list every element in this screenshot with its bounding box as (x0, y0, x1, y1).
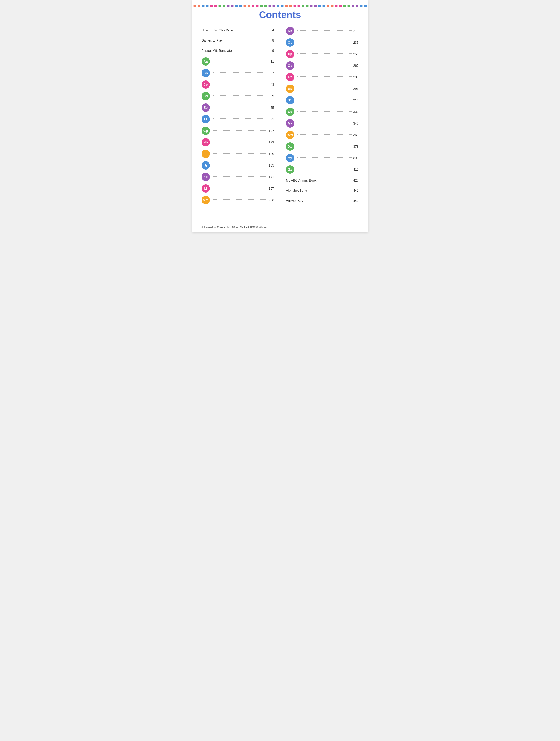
decorative-dot (210, 5, 213, 7)
toc-letter-entry: Yy395 (286, 154, 359, 162)
decorative-dot (310, 5, 313, 7)
letter-badge: Ll (201, 184, 210, 193)
letter-badge: Ii (201, 150, 210, 158)
toc-page-number: 155 (269, 163, 274, 167)
toc-page-number: 8 (272, 39, 274, 42)
toc-dot-leader (298, 30, 352, 31)
letter-badge: Tt (286, 96, 294, 105)
toc-entry: How to Use This Book4 (201, 27, 274, 34)
toc-letter-entry: Ii139 (201, 150, 274, 158)
toc-dot-leader (235, 29, 271, 30)
toc-dot-leader (298, 65, 352, 65)
decorative-dot (227, 5, 230, 7)
page: Contents How to Use This Book4Games to P… (192, 0, 368, 232)
toc-dot-leader (318, 180, 352, 180)
toc-letter-entry: Ll187 (201, 184, 274, 193)
toc-letter-entry: Cc43 (201, 80, 274, 89)
toc-letter-entry: Ee75 (201, 104, 274, 112)
toc-page-number: 331 (353, 110, 359, 114)
toc-letter-entry: Jj155 (201, 161, 274, 170)
toc-label: Games to Play (201, 39, 223, 42)
decorative-dot (326, 5, 329, 7)
toc-entry: Games to Play8 (201, 37, 274, 44)
toc-page-number: 203 (269, 198, 274, 202)
decorative-dot (264, 5, 267, 7)
toc-letter-entry: Pp251 (286, 50, 359, 58)
toc-page-number: 9 (272, 49, 274, 53)
toc-entry: Answer Key442 (286, 197, 359, 204)
decorative-dot (231, 5, 234, 7)
decorative-dot (293, 5, 296, 7)
footer-page-number: 3 (357, 225, 359, 229)
toc-page-number: 251 (353, 52, 359, 56)
toc-letter-entry: Qq267 (286, 61, 359, 70)
toc-dot-leader (298, 88, 352, 88)
footer-copyright: © Evan-Moor Corp. • EMC 6084 • My First … (201, 226, 267, 228)
decorative-dot (198, 5, 200, 7)
decorative-dot (285, 5, 288, 7)
toc-dot-leader (213, 84, 269, 84)
decorative-dot (193, 5, 196, 7)
letter-badge: Aa (201, 57, 210, 66)
letter-badge: Bb (201, 69, 210, 77)
toc-entry: Puppet Mitt Template9 (201, 47, 274, 54)
decorative-dot (272, 5, 275, 7)
toc-page-number: 11 (270, 60, 274, 63)
letter-badge: Gg (201, 127, 210, 135)
footer: © Evan-Moor Corp. • EMC 6084 • My First … (201, 225, 359, 229)
decorative-dot (356, 5, 359, 7)
toc-letter-entry: Aa11 (201, 57, 274, 66)
toc-page-number: 187 (269, 187, 274, 190)
content-area: How to Use This Book4Games to Play8Puppe… (201, 27, 359, 207)
decorative-dot (256, 5, 259, 7)
decorative-dot (260, 5, 263, 7)
toc-label: How to Use This Book (201, 28, 234, 32)
decorative-dot (335, 5, 338, 7)
toc-page-number: 347 (353, 122, 359, 125)
letter-badge: Nn (286, 27, 294, 35)
toc-letter-entry: Gg107 (201, 127, 274, 135)
decorative-dot (202, 5, 204, 7)
letter-badge: Xx (286, 142, 294, 151)
toc-letter-entry: Kk171 (201, 173, 274, 181)
toc-dot-leader (298, 99, 352, 100)
decorative-dot (343, 5, 346, 7)
decorative-dots-row (201, 5, 359, 7)
letter-badge: Kk (201, 173, 210, 181)
toc-dot-leader (298, 123, 352, 123)
toc-dot-leader (224, 40, 271, 40)
letter-badge: Mm (201, 196, 210, 204)
toc-page-number: 283 (353, 75, 359, 79)
letter-badge: Jj (201, 161, 210, 170)
toc-dot-leader (298, 53, 352, 54)
toc-dot-leader (213, 130, 267, 131)
toc-page-number: 27 (270, 71, 274, 75)
letter-badge: Ww (286, 131, 294, 139)
toc-page-number: 267 (353, 64, 359, 67)
decorative-dot (302, 5, 304, 7)
toc-letter-entry: Xx379 (286, 142, 359, 151)
toc-page-number: 171 (269, 175, 274, 179)
toc-letter-entry: Nn219 (286, 27, 359, 35)
decorative-dot (322, 5, 325, 7)
toc-dot-leader (213, 142, 267, 142)
letter-badge: Zz (286, 165, 294, 174)
toc-letter-entry: Vv347 (286, 119, 359, 128)
toc-label: Answer Key (286, 199, 303, 203)
toc-dot-leader (298, 111, 352, 112)
letter-badge: Ff (201, 115, 210, 123)
toc-dot-leader (298, 157, 352, 158)
toc-label: My ABC Animal Book (286, 179, 316, 182)
letter-badge: Dd (201, 92, 210, 100)
decorative-dot (314, 5, 317, 7)
toc-page-number: 411 (353, 168, 359, 172)
letter-badge: Uu (286, 108, 294, 116)
toc-page-number: 441 (353, 189, 359, 192)
toc-letter-entry: Oo235 (286, 38, 359, 47)
toc-dot-leader (298, 169, 352, 169)
right-column: Nn219Oo235Pp251Qq267Rr283Ss299Tt315Uu331… (279, 27, 359, 207)
decorative-dot (252, 5, 254, 7)
toc-dot-leader (213, 107, 269, 108)
toc-dot-leader (298, 42, 352, 42)
decorative-dot (239, 5, 242, 7)
